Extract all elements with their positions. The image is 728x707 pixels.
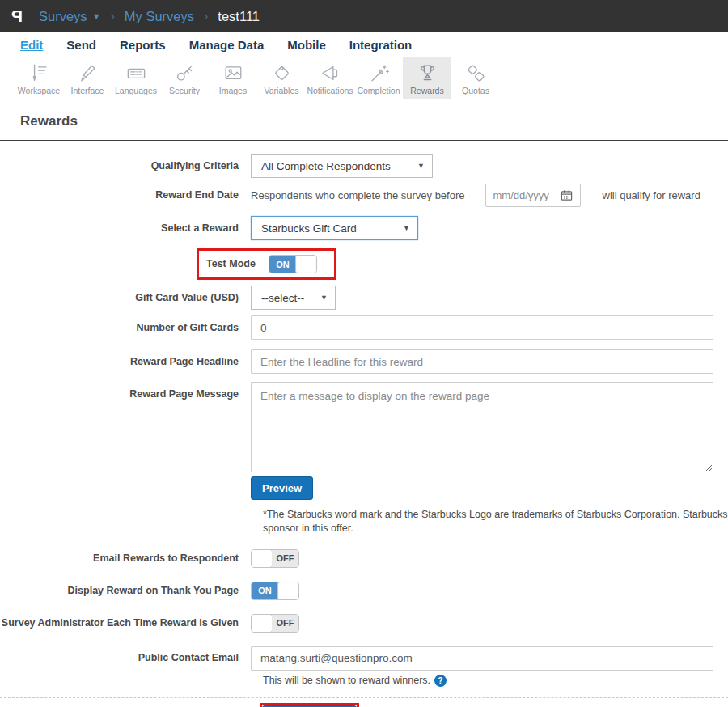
tab-manage-data[interactable]: Manage Data [189, 38, 265, 52]
email-rewards-row: Email Rewards to Respondent OFF [0, 549, 728, 568]
toolbar-item-rewards[interactable]: Rewards [403, 57, 451, 99]
toolbar-item-interface[interactable]: Interface [63, 57, 112, 99]
page-title: Rewards [20, 113, 728, 129]
trophy-icon [417, 62, 438, 84]
breadcrumb-separator: › [204, 9, 208, 23]
test-mode-row: Test Mode ON [0, 248, 728, 280]
number-gift-cards-input[interactable] [251, 315, 713, 340]
email-rewards-toggle[interactable]: OFF [251, 549, 299, 568]
main-menu: Edit Send Reports Manage Data Mobile Int… [0, 32, 728, 57]
reward-message-row: Reward Page Message [0, 382, 728, 472]
tab-mobile[interactable]: Mobile [287, 38, 326, 52]
test-mode-toggle[interactable]: ON [269, 255, 317, 273]
tab-send[interactable]: Send [66, 38, 96, 52]
breadcrumb-my-surveys[interactable]: My Surveys [125, 9, 194, 24]
chain-links-icon [465, 62, 487, 84]
reward-end-date-row: Reward End Date Respondents who complete… [0, 184, 728, 207]
pencil-list-icon [28, 62, 50, 84]
toggle-knob [251, 549, 273, 568]
qualifying-criteria-row: Qualifying Criteria All Complete Respond… [0, 154, 728, 178]
contact-email-help: This will be shown to reward winners. ? [263, 675, 728, 687]
email-rewards-label: Email Rewards to Respondent [93, 552, 239, 565]
test-mode-label: Test Mode [206, 258, 256, 270]
end-date-prefix-text: Respondents who complete the survey befo… [251, 189, 465, 201]
gift-card-value-row: Gift Card Value (USD) --select-- ▼ [0, 286, 728, 310]
rewards-form: Qualifying Criteria All Complete Respond… [0, 154, 728, 707]
tab-edit[interactable]: Edit [20, 38, 43, 52]
chevron-down-icon[interactable]: ▼ [92, 11, 101, 21]
toolbar-item-variables[interactable]: Variables [257, 57, 306, 99]
toolbar-item-quotas[interactable]: Quotas [451, 57, 500, 99]
edit-sub-toolbar: Workspace Interface Languages Security I… [0, 57, 728, 99]
gift-card-value-label: Gift Card Value (USD) [135, 292, 239, 304]
tag-icon [271, 62, 293, 84]
toolbar-item-workspace[interactable]: Workspace [15, 57, 63, 99]
number-gift-cards-row: Number of Gift Cards [0, 315, 728, 340]
select-reward-select[interactable]: Starbucks Gift Card ▼ [251, 216, 418, 240]
breadcrumb-separator: › [111, 9, 115, 23]
contact-email-input[interactable] [251, 646, 713, 671]
display-reward-toggle[interactable]: ON [251, 582, 299, 600]
chevron-down-icon: ▼ [417, 162, 425, 170]
display-reward-row: Display Reward on Thank You Page ON [0, 582, 728, 600]
email-admin-row: Email Survey Administrator Each Time Rew… [0, 614, 728, 633]
select-reward-row: Select a Reward Starbucks Gift Card ▼ [0, 216, 728, 240]
email-admin-label: Email Survey Administrator Each Time Rew… [0, 617, 239, 629]
toolbar-item-languages[interactable]: Languages [112, 57, 160, 99]
number-gift-cards-label: Number of Gift Cards [137, 322, 239, 334]
qualifying-criteria-label: Qualifying Criteria [151, 160, 239, 172]
help-icon[interactable]: ? [434, 675, 447, 687]
key-icon [174, 62, 196, 84]
preview-button[interactable]: Preview [251, 476, 313, 500]
reward-end-date-input[interactable]: mm/dd/yyyy [485, 184, 581, 207]
calendar-icon[interactable] [561, 189, 573, 201]
reward-message-label: Reward Page Message [129, 388, 239, 400]
reward-headline-input[interactable] [251, 349, 713, 374]
pen-icon [77, 62, 99, 84]
reward-headline-label: Reward Page Headline [130, 356, 239, 368]
toggle-knob [295, 255, 317, 273]
breadcrumb-survey-name: test111 [218, 9, 260, 24]
toolbar-item-images[interactable]: Images [209, 57, 257, 99]
megaphone-icon [320, 62, 341, 84]
preview-row: Preview [0, 476, 728, 500]
save-annotation-box: Save Changes [260, 703, 359, 707]
bottom-divider [0, 697, 728, 698]
picture-icon [222, 62, 244, 84]
toolbar-item-notifications[interactable]: Notifications [306, 57, 354, 99]
questionpro-logo-icon[interactable]: P [11, 6, 23, 26]
title-divider [0, 140, 728, 141]
email-admin-toggle[interactable]: OFF [251, 614, 299, 633]
tab-reports[interactable]: Reports [120, 38, 166, 52]
display-reward-label: Display Reward on Thank You Page [68, 585, 239, 597]
top-header-bar: P Surveys ▼ › My Surveys › test111 [0, 0, 728, 32]
contact-email-label: Public Contact Email [138, 652, 239, 664]
contact-email-row: Public Contact Email [0, 646, 728, 671]
end-date-suffix-text: will qualify for reward [603, 189, 700, 201]
magic-wand-icon [368, 62, 390, 84]
qualifying-criteria-select[interactable]: All Complete Respondents ▼ [251, 154, 433, 178]
chevron-down-icon: ▼ [320, 294, 328, 302]
toolbar-item-security[interactable]: Security [160, 57, 209, 99]
gift-card-value-select[interactable]: --select-- ▼ [251, 286, 336, 310]
toolbar-item-completion[interactable]: Completion [354, 57, 403, 99]
keyboard-icon [125, 62, 147, 84]
reward-end-date-label: Reward End Date [155, 189, 239, 201]
tab-integration[interactable]: Integration [349, 38, 413, 52]
reward-headline-row: Reward Page Headline [0, 349, 728, 374]
toggle-knob [277, 582, 299, 600]
toggle-knob [251, 614, 273, 633]
breadcrumb-surveys[interactable]: Surveys [39, 9, 87, 24]
reward-message-textarea[interactable] [251, 382, 713, 472]
test-mode-annotation-box: Test Mode ON [197, 248, 336, 280]
select-reward-label: Select a Reward [161, 222, 239, 235]
starbucks-disclaimer: *The Starbucks word mark and the Starbuc… [263, 508, 728, 536]
chevron-down-icon: ▼ [403, 224, 410, 232]
